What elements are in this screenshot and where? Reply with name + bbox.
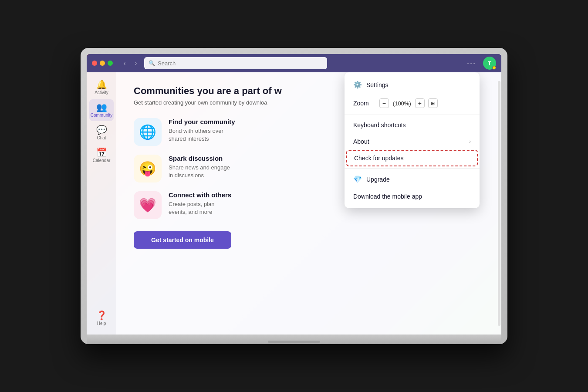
connect-others-icon: 💗 (134, 191, 162, 219)
chevron-right-icon: › (469, 139, 471, 145)
sidebar-item-activity[interactable]: 🔔 Activity (89, 77, 114, 98)
activity-icon: 🔔 (96, 80, 107, 89)
calendar-icon: 📅 (96, 148, 107, 157)
trackpad-notch (268, 341, 320, 343)
upgrade-label: Upgrade (366, 176, 390, 183)
chat-icon: 💬 (96, 125, 107, 134)
zoom-row: Zoom − (100%) + ⊞ (345, 94, 480, 113)
sidebar-bottom: ❓ Help (89, 308, 114, 330)
scrollbar[interactable] (498, 81, 500, 326)
download-mobile-label: Download the mobile app (353, 193, 422, 200)
help-icon: ❓ (96, 311, 107, 320)
sidebar-item-calendar-label: Calendar (93, 158, 111, 163)
get-started-button[interactable]: Get started on mobile (134, 231, 231, 249)
traffic-lights (92, 61, 113, 66)
download-mobile-menu-item[interactable]: Download the mobile app (345, 188, 480, 205)
sidebar-item-community[interactable]: 👥 Community (89, 99, 114, 121)
find-community-desc: Bond with others overshared interests (169, 127, 235, 143)
sidebar-item-help[interactable]: ❓ Help (89, 308, 114, 329)
laptop-frame: ‹ › 🔍 ··· T (81, 48, 507, 344)
close-button[interactable] (92, 61, 97, 66)
find-community-text: Find your community Bond with others ove… (169, 118, 235, 143)
dropdown-menu: ⚙️ Settings Zoom − (100%) + ⊞ (345, 72, 480, 208)
find-community-title: Find your community (169, 118, 235, 125)
zoom-out-button[interactable]: − (379, 98, 389, 108)
screen: ‹ › 🔍 ··· T (87, 54, 501, 335)
diamond-icon: 💎 (353, 175, 362, 183)
sidebar-item-chat-label: Chat (97, 135, 106, 140)
check-updates-label: Check for updates (354, 155, 404, 162)
sidebar-item-community-label: Community (91, 113, 113, 118)
spark-discussion-desc: Share news and engagein discussions (169, 164, 230, 179)
community-icon: 👥 (96, 103, 107, 112)
search-input[interactable] (158, 60, 323, 67)
spark-discussion-title: Spark discussion (169, 155, 230, 162)
sidebar-item-calendar[interactable]: 📅 Calendar (89, 145, 114, 166)
sidebar-item-help-label: Help (97, 321, 106, 326)
search-bar[interactable]: 🔍 (144, 57, 327, 69)
settings-menu-item[interactable]: ⚙️ Settings (345, 76, 480, 94)
minimize-button[interactable] (100, 61, 105, 66)
dropdown-divider-2 (345, 168, 480, 169)
forward-button[interactable]: › (131, 58, 141, 68)
keyboard-shortcuts-label: Keyboard shortcuts (353, 122, 406, 128)
zoom-in-button[interactable]: + (415, 98, 425, 108)
main-content: Communities you are a part of w Get star… (116, 72, 501, 335)
search-icon: 🔍 (149, 60, 155, 66)
about-menu-item[interactable]: About › (345, 133, 480, 150)
screen-bezel: ‹ › 🔍 ··· T (87, 54, 501, 335)
avatar-status (492, 66, 496, 70)
spark-discussion-icon: 😜 (134, 155, 162, 182)
spark-discussion-text: Spark discussion Share news and engagein… (169, 155, 230, 179)
laptop-bottom (87, 335, 501, 344)
sidebar-item-chat[interactable]: 💬 Chat (89, 122, 114, 144)
zoom-label: Zoom (353, 100, 369, 107)
app-body: 🔔 Activity 👥 Community 💬 Chat 📅 Calendar (87, 72, 501, 335)
back-button[interactable]: ‹ (120, 58, 129, 68)
upgrade-menu-item[interactable]: 💎 Upgrade (345, 170, 480, 188)
connect-others-title: Connect with others (169, 191, 231, 199)
connect-others-text: Connect with others Create posts, planev… (169, 191, 231, 216)
zoom-value: (100%) (392, 100, 412, 107)
fullscreen-button[interactable] (108, 61, 113, 66)
more-options-button[interactable]: ··· (464, 58, 479, 69)
keyboard-shortcuts-menu-item[interactable]: Keyboard shortcuts (345, 117, 480, 133)
connect-others-desc: Create posts, planevents, and more (169, 200, 231, 216)
sidebar: 🔔 Activity 👥 Community 💬 Chat 📅 Calendar (87, 72, 116, 335)
zoom-controls: − (100%) + ⊞ (379, 98, 438, 108)
settings-label: Settings (366, 81, 389, 88)
gear-icon: ⚙️ (353, 81, 362, 89)
dropdown-divider-1 (345, 115, 480, 115)
about-label: About (353, 138, 369, 145)
avatar[interactable]: T (483, 57, 496, 70)
zoom-fit-button[interactable]: ⊞ (428, 98, 438, 108)
find-community-icon: 🌐 (134, 118, 162, 146)
titlebar: ‹ › 🔍 ··· T (87, 54, 501, 72)
sidebar-item-activity-label: Activity (95, 90, 108, 95)
nav-arrows: ‹ › (120, 58, 141, 68)
check-updates-menu-item[interactable]: Check for updates (346, 150, 478, 166)
titlebar-right: ··· T (464, 57, 496, 70)
